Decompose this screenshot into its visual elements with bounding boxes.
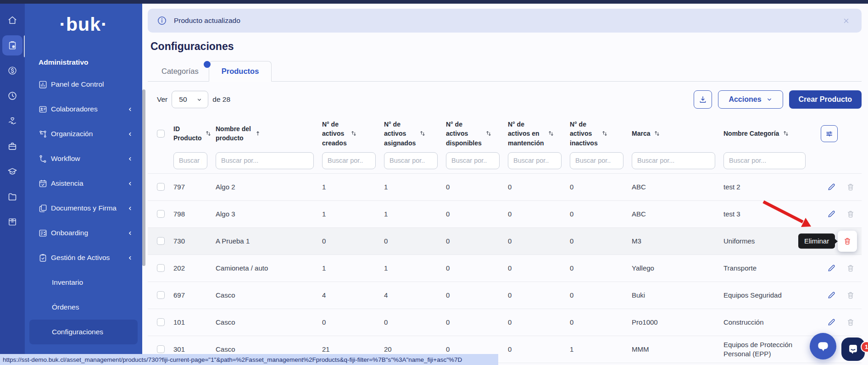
pencil-icon[interactable] — [827, 291, 836, 300]
table-cell: 0 — [446, 237, 508, 246]
sidebar-item-colaboradores[interactable]: Colaboradores — [25, 97, 142, 122]
chevron-left-icon — [127, 106, 133, 112]
sidebar-subitem-inventario[interactable]: Inventario — [29, 270, 138, 295]
column-filter — [173, 152, 216, 169]
sidebar-item-workflow[interactable]: Workflow — [25, 146, 142, 171]
table-row[interactable]: 697Casco44000BukiEquipos Seguridad — [148, 282, 862, 309]
page-size-select[interactable]: 50 — [172, 91, 208, 108]
table-row[interactable]: 202Camioneta / auto11000YallegoTransport… — [148, 255, 862, 282]
row-checkbox[interactable] — [157, 318, 165, 326]
column-search-input[interactable] — [384, 152, 438, 169]
sidebar-item-panel-de-control[interactable]: Panel de Control — [25, 72, 142, 97]
column-search-input[interactable] — [322, 152, 376, 169]
column-header[interactable]: N° de activos disponibles — [446, 120, 508, 148]
sidebar-item-asistencia[interactable]: Asistencia — [25, 171, 142, 196]
sort-both-icon[interactable] — [485, 130, 492, 137]
table-cell: 0 — [322, 237, 384, 246]
sort-both-icon[interactable] — [350, 130, 357, 137]
column-header[interactable]: N° de activos inactivos — [570, 120, 632, 148]
pencil-icon[interactable] — [827, 264, 836, 273]
sort-both-icon[interactable] — [653, 130, 661, 137]
row-checkbox[interactable] — [157, 237, 165, 245]
rail-item-clipboard-clock[interactable] — [2, 35, 22, 55]
column-header[interactable]: N° de activos en mantención — [508, 120, 570, 148]
close-icon[interactable] — [842, 17, 851, 25]
table-row[interactable]: 798Algo 311000ABCtest 3 — [148, 201, 862, 228]
chat-launcher-button[interactable] — [810, 333, 836, 359]
column-settings-button[interactable] — [821, 125, 838, 142]
sidebar-item-gestion-de-activos[interactable]: Gestión de Activos — [25, 245, 142, 270]
acciones-button[interactable]: Acciones — [718, 90, 783, 109]
column-search-input[interactable] — [508, 152, 562, 169]
table-row[interactable]: 730A Prueba 100000M3Uniformes Eliminar — [148, 228, 862, 255]
chevron-left-icon — [127, 131, 133, 137]
sort-both-icon[interactable] — [419, 130, 426, 137]
pencil-icon[interactable] — [827, 318, 836, 327]
rail-item-dollar[interactable] — [2, 61, 22, 81]
sidebar-item-documentos-y-firma[interactable]: Documentos y Firma — [25, 196, 142, 221]
column-header[interactable]: Marca — [632, 129, 723, 138]
column-search-input[interactable] — [173, 152, 207, 169]
rail-item-hand-heart[interactable] — [2, 111, 22, 131]
table-row[interactable]: 101Casco00000Pro1000Construcción — [148, 309, 862, 336]
table-cell: Equipos de Protección Personal (EPP) — [723, 340, 814, 358]
row-checkbox[interactable] — [157, 264, 165, 272]
sort-both-icon[interactable] — [547, 130, 555, 137]
header-checkbox-cell — [148, 130, 173, 138]
rail-item-cabinet[interactable] — [2, 212, 22, 232]
pencil-icon[interactable] — [827, 182, 836, 192]
column-header[interactable]: Nombre del producto — [216, 124, 322, 143]
select-all-checkbox[interactable] — [157, 130, 165, 138]
delete-button-hover[interactable] — [838, 231, 857, 252]
column-filter — [216, 152, 322, 169]
row-checkbox[interactable] — [157, 291, 165, 299]
row-checkbox[interactable] — [157, 183, 165, 191]
gestion-activos-icon — [38, 253, 48, 263]
pencil-icon[interactable] — [827, 210, 836, 219]
delete-icon[interactable] — [846, 318, 855, 327]
row-checkbox[interactable] — [157, 210, 165, 218]
sort-both-icon[interactable] — [782, 130, 790, 137]
dollar-icon — [7, 66, 17, 76]
table-cell: 1 — [384, 182, 446, 192]
table-row[interactable]: 797Algo 211000ABCtest 2 — [148, 174, 862, 201]
column-header[interactable]: N° de activos asignados — [384, 120, 446, 148]
column-search-input[interactable] — [723, 152, 806, 169]
rail-item-graduation[interactable] — [2, 161, 22, 182]
delete-icon[interactable] — [846, 264, 855, 273]
column-header[interactable]: Nombre Categoría — [723, 129, 814, 138]
tab-productos[interactable]: Productos — [209, 61, 272, 82]
delete-icon[interactable] — [846, 182, 855, 192]
sidebar-subitem-ordenes[interactable]: Órdenes — [29, 295, 138, 320]
delete-icon[interactable] — [846, 210, 855, 219]
speech-bubble-icon — [816, 339, 830, 353]
row-checkbox[interactable] — [157, 345, 165, 353]
rail-item-clock[interactable] — [2, 86, 22, 106]
column-search-input[interactable] — [216, 152, 314, 169]
delete-icon[interactable] — [846, 291, 855, 300]
column-filter — [723, 152, 814, 169]
sort-both-icon[interactable] — [601, 130, 608, 137]
rail-item-box[interactable] — [2, 136, 22, 156]
column-header[interactable]: N° de activos creados — [322, 120, 384, 148]
table-cell: 0 — [446, 291, 508, 300]
rail-item-home[interactable] — [2, 10, 22, 30]
sort-both-icon[interactable] — [205, 130, 212, 137]
crear-producto-button[interactable]: Crear Producto — [789, 90, 862, 109]
column-filter — [384, 152, 446, 169]
column-header[interactable]: ID Producto — [173, 124, 216, 143]
rail-item-folder[interactable] — [2, 187, 22, 207]
row-actions — [814, 264, 862, 273]
column-search-input[interactable] — [570, 152, 623, 169]
sidebar-item-onboarding[interactable]: Onboarding — [25, 221, 142, 245]
download-button[interactable] — [694, 90, 712, 109]
column-search-input[interactable] — [632, 152, 715, 169]
sidebar-item-organizacion[interactable]: Organización — [25, 122, 142, 146]
tab-categorias[interactable]: Categorías — [151, 61, 209, 81]
column-search-input[interactable] — [446, 152, 500, 169]
sidebar-scrollbar-thumb[interactable] — [142, 89, 145, 266]
chat-icon — [847, 343, 859, 355]
sort-asc-icon[interactable] — [254, 130, 262, 137]
sidebar-subitem-configuraciones[interactable]: Configuraciones — [29, 320, 138, 344]
table-cell: 0 — [384, 237, 446, 246]
